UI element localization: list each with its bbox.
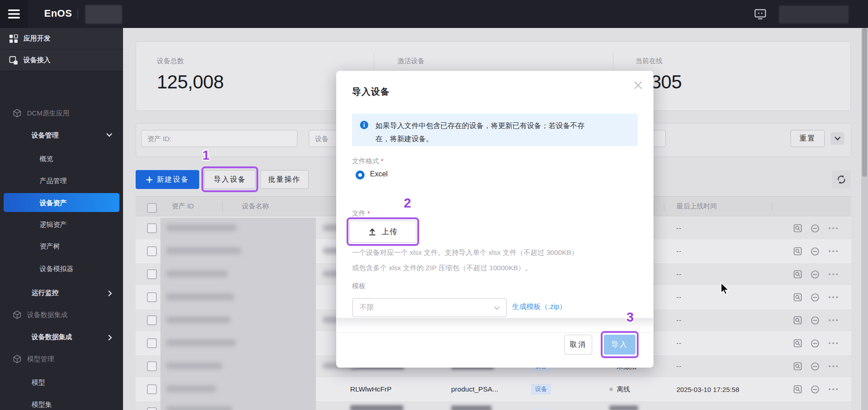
sidebar-item-overview[interactable]: 概览 xyxy=(0,149,123,169)
sidebar-item-device-management[interactable]: 设备管理 xyxy=(0,125,123,145)
redacted-status xyxy=(609,405,638,410)
row-checkbox[interactable] xyxy=(147,407,157,410)
view-details-icon[interactable] xyxy=(794,247,802,256)
hamburger-icon xyxy=(8,9,20,19)
column-header-asset-id[interactable]: 资产 ID xyxy=(172,197,194,216)
info-banner-line1: 如果导入文件中包含已存在的设备，将更新已有设备；若设备不存 xyxy=(375,119,630,132)
view-details-icon[interactable] xyxy=(794,316,802,325)
view-details-icon[interactable] xyxy=(794,270,802,279)
upload-button[interactable]: 上传 xyxy=(349,221,416,243)
asset-id-filter-input[interactable] xyxy=(141,130,297,147)
info-banner: 如果导入文件中包含已存在的设备，将更新已有设备；若设备不存 在，将新建设备。 xyxy=(352,114,638,146)
row-checkbox[interactable] xyxy=(147,223,157,233)
template-select[interactable]: 不限 xyxy=(352,298,507,317)
row-checkbox[interactable] xyxy=(147,292,157,302)
chevron-down-icon xyxy=(106,133,112,137)
disable-device-icon[interactable] xyxy=(811,224,819,233)
excel-radio-label: Excel xyxy=(370,170,388,178)
file-label: 文件* xyxy=(352,209,370,218)
sidebar-item-device-data-integration[interactable]: 设备数据集成 xyxy=(0,327,123,347)
sidebar-group-model-management[interactable]: 模型管理 xyxy=(0,349,123,369)
apps-grid-icon xyxy=(9,34,18,43)
row-checkbox[interactable] xyxy=(147,315,157,325)
chevron-right-icon xyxy=(108,290,112,296)
view-details-icon[interactable] xyxy=(794,293,802,302)
sidebar-item-device-simulator[interactable]: 设备模拟器 xyxy=(0,259,123,279)
sidebar-item-device-access[interactable]: 设备接入 xyxy=(0,50,123,71)
column-header-device-name[interactable]: 设备名称 xyxy=(242,197,269,216)
more-actions-icon[interactable] xyxy=(828,273,838,276)
new-device-button[interactable]: 新建设备 xyxy=(136,170,199,189)
last-online-empty: -- xyxy=(676,309,681,332)
page-scrollbar-thumb[interactable] xyxy=(862,28,867,177)
row-checkbox[interactable] xyxy=(147,246,157,256)
disable-device-icon[interactable] xyxy=(811,293,819,302)
more-actions-icon[interactable] xyxy=(828,388,838,391)
more-actions-icon[interactable] xyxy=(828,250,838,253)
more-actions-icon[interactable] xyxy=(828,365,838,368)
refresh-button[interactable] xyxy=(832,170,851,189)
hamburger-menu-button[interactable] xyxy=(0,0,28,28)
view-details-icon[interactable] xyxy=(794,339,802,348)
device-tag: 设备 xyxy=(531,384,551,395)
excel-radio-selected[interactable] xyxy=(356,170,365,180)
batch-operation-button-label: 批量操作 xyxy=(268,175,301,184)
view-details-icon[interactable] xyxy=(794,385,802,394)
more-actions-icon[interactable] xyxy=(828,296,838,299)
disable-device-icon[interactable] xyxy=(811,316,819,325)
view-details-icon[interactable] xyxy=(794,224,802,233)
mouse-cursor xyxy=(720,282,732,296)
import-device-button[interactable]: 导入设备 xyxy=(204,170,256,189)
asset-type-cell: 设备 xyxy=(531,378,551,401)
import-submit-button[interactable]: 导入 xyxy=(604,335,635,355)
asset-type-cell: 设备 xyxy=(531,403,551,410)
more-actions-icon[interactable] xyxy=(828,319,838,322)
disable-device-icon[interactable] xyxy=(811,339,819,348)
batch-operation-button[interactable]: 批量操作 xyxy=(260,170,309,189)
console-monitor-icon[interactable] xyxy=(754,9,766,20)
top-bar: EnOS xyxy=(0,0,868,28)
reset-button[interactable]: 重置 xyxy=(790,130,825,147)
sidebar-item-operation-monitoring[interactable]: 运行监控 xyxy=(0,283,123,303)
cancel-button[interactable]: 取消 xyxy=(564,335,592,355)
sidebar-item-asset-tree[interactable]: 资产树 xyxy=(0,236,123,256)
disable-device-icon[interactable] xyxy=(811,362,819,371)
tutorial-step2-number: 2 xyxy=(404,196,411,211)
sidebar-item-model-set[interactable]: 模型集 xyxy=(0,395,123,410)
sidebar-group-device-data-integration[interactable]: 设备数据集成 xyxy=(0,305,123,325)
tutorial-step3-number: 3 xyxy=(626,310,634,325)
last-online-cell: 2025-03-10 17:25:58 xyxy=(676,378,739,401)
file-label-text: 文件 xyxy=(352,209,365,217)
sidebar-item-device-assets[interactable]: 设备资产 xyxy=(0,193,123,213)
row-checkbox[interactable] xyxy=(147,384,157,394)
row-checkbox[interactable] xyxy=(147,361,157,371)
cube-icon xyxy=(13,355,22,364)
disable-device-icon[interactable] xyxy=(811,385,819,394)
disable-device-icon[interactable] xyxy=(811,270,819,279)
select-all-checkbox[interactable] xyxy=(147,203,157,213)
sidebar-item-model[interactable]: 模型 xyxy=(0,373,123,392)
more-actions-icon[interactable] xyxy=(828,227,838,230)
sidebar-item-label: 设备资产 xyxy=(40,199,67,207)
info-icon xyxy=(360,120,369,129)
sidebar-item-app-development[interactable]: 应用开发 xyxy=(0,28,123,50)
column-header-last-online[interactable]: 最后上线时间 xyxy=(676,197,717,216)
sidebar-item-label: 逻辑资产 xyxy=(40,221,67,229)
sidebar-item-label: 设备接入 xyxy=(23,56,50,64)
sidebar-group-dcm-native[interactable]: DCM原生应用 xyxy=(0,103,123,123)
sidebar-group-label: 模型管理 xyxy=(27,355,54,364)
view-details-icon[interactable] xyxy=(794,362,802,371)
column-divider xyxy=(222,202,223,212)
more-actions-icon[interactable] xyxy=(828,342,838,345)
upload-help-line1: 一个设备对应一个 xlsx 文件。支持导入单个 xlsx 文件（不超过 3000… xyxy=(352,248,578,258)
disable-device-icon[interactable] xyxy=(811,247,819,256)
sidebar-group-label: 设备数据集成 xyxy=(27,311,68,319)
filter-expand-button[interactable] xyxy=(831,132,844,145)
generate-template-link[interactable]: 生成模板（.zip） xyxy=(512,302,566,312)
sidebar-item-label: 资产树 xyxy=(40,242,60,251)
sidebar-item-product-management[interactable]: 产品管理 xyxy=(0,171,123,191)
close-icon[interactable] xyxy=(633,80,644,91)
sidebar-item-logical-assets[interactable]: 逻辑资产 xyxy=(0,215,123,235)
row-checkbox[interactable] xyxy=(147,338,157,348)
row-checkbox[interactable] xyxy=(147,269,157,279)
